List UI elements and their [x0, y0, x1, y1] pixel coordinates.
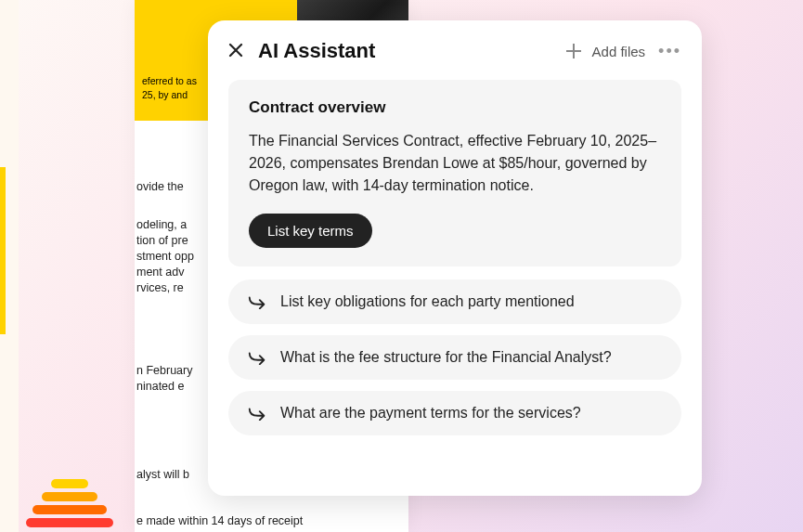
doc-text-line: ovide the: [136, 179, 184, 196]
ai-assistant-panel: AI Assistant Add files ••• Contract over…: [208, 20, 702, 496]
add-files-label: Add files: [592, 44, 646, 59]
doc-header-line1: eferred to as: [142, 75, 197, 86]
overview-text: The Financial Services Contract, effecti…: [249, 130, 661, 197]
logo-bar-1: [51, 479, 88, 488]
reply-arrow-icon: [247, 350, 267, 365]
close-icon: [228, 43, 243, 58]
suggestion-item[interactable]: What is the fee structure for the Financ…: [228, 335, 681, 380]
panel-header: AI Assistant Add files •••: [228, 39, 681, 63]
suggestion-item[interactable]: List key obligations for each party ment…: [228, 279, 681, 324]
document-header-text: eferred to as 25, by and: [142, 74, 197, 101]
more-menu-button[interactable]: •••: [658, 42, 681, 61]
logo-bar-4: [26, 518, 113, 527]
close-button[interactable]: [228, 42, 243, 60]
logo: [28, 475, 113, 527]
suggestion-text: What is the fee structure for the Financ…: [280, 349, 612, 366]
doc-text-line: e made within 14 days of receipt: [136, 513, 303, 530]
overview-card: Contract overview The Financial Services…: [228, 80, 681, 266]
list-key-terms-button[interactable]: List key terms: [249, 214, 372, 248]
doc-text-line: n February: [136, 363, 192, 380]
reply-arrow-icon: [247, 406, 267, 421]
suggestion-text: What are the payment terms for the servi…: [280, 405, 581, 422]
doc-text-line: ninated e: [136, 379, 184, 396]
panel-title: AI Assistant: [258, 39, 564, 63]
logo-bar-3: [32, 505, 107, 514]
doc-text-line: tion of pre: [136, 233, 188, 250]
doc-header-line2: 25, by and: [142, 89, 188, 100]
add-files-button[interactable]: Add files: [564, 42, 646, 60]
overview-title: Contract overview: [249, 98, 661, 117]
reply-arrow-icon: [247, 294, 267, 309]
doc-text-line: rvices, re: [136, 280, 184, 297]
left-accent: [0, 167, 6, 334]
doc-text-line: ment adv: [136, 265, 184, 281]
doc-text-line: alyst will b: [136, 467, 189, 484]
doc-text-line: stment opp: [136, 249, 194, 266]
suggestion-item[interactable]: What are the payment terms for the servi…: [228, 391, 681, 435]
plus-icon: [564, 42, 583, 60]
logo-bar-2: [42, 492, 97, 501]
suggestion-text: List key obligations for each party ment…: [280, 293, 575, 310]
doc-text-line: odeling, a: [136, 217, 187, 234]
